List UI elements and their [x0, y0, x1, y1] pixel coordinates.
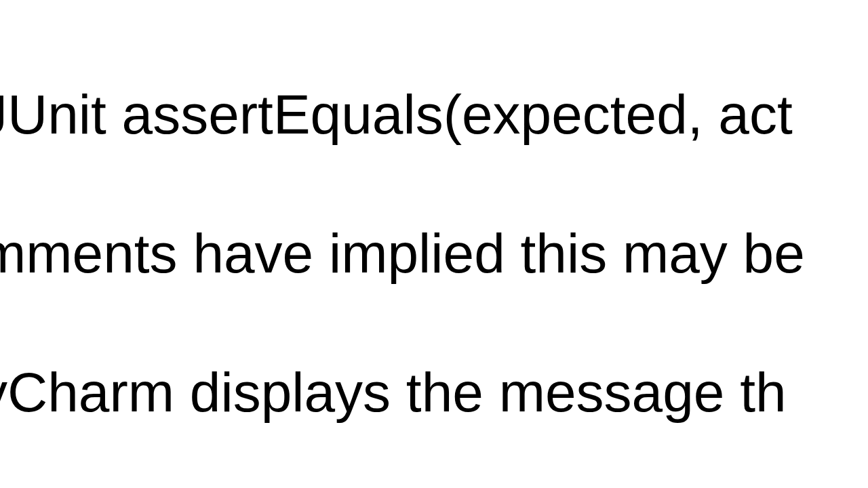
text-line-2: mments have implied this may be	[0, 219, 805, 289]
cropped-text-fragment: JUnit assertEquals(expected, act mments …	[0, 10, 805, 488]
text-line-1: JUnit assertEquals(expected, act	[0, 80, 805, 150]
text-line-3: yCharm displays the message th	[0, 358, 805, 428]
